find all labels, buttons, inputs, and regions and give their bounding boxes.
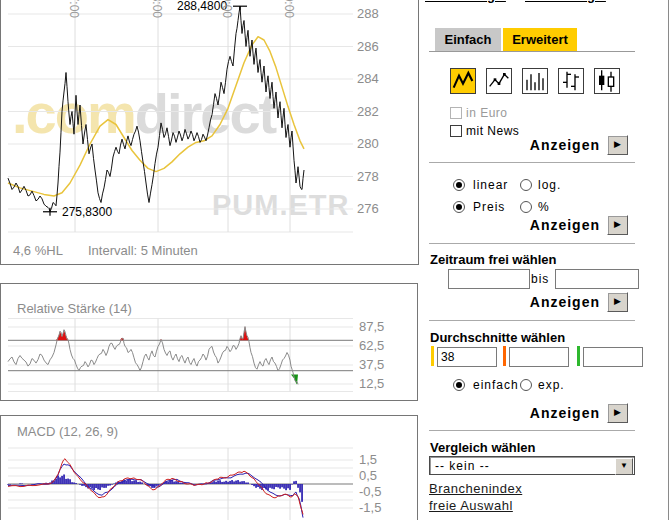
percent-label: % — [538, 200, 550, 214]
chart-type-bars-button[interactable] — [522, 68, 548, 94]
macd-title: MACD (12, 26, 9) — [17, 424, 118, 439]
preis-radio[interactable] — [453, 201, 465, 213]
candlestick-chart-icon — [595, 69, 619, 93]
comdirect-watermark: .comdirect — [12, 86, 275, 142]
chart-settings-sidebar: Einstellung 2 Einstellung 3 Einfach Erwe… — [420, 0, 672, 520]
anzeigen-button-2[interactable]: ▶ — [607, 215, 628, 235]
macd-axis-label: 0,5 — [359, 468, 377, 483]
price-axis-label: 286 — [357, 39, 379, 54]
log-radio[interactable] — [520, 179, 532, 191]
einfach-label: einfach — [473, 378, 519, 392]
vergleich-heading: Vergleich wählen — [430, 440, 536, 455]
freie-auswahl-link[interactable]: freie Auswahl — [429, 498, 513, 513]
in-euro-checkbox[interactable] — [450, 107, 462, 119]
linear-label: linear — [473, 178, 508, 192]
branchenindex-link[interactable]: Branchenindex — [429, 481, 522, 496]
durchschnitte-heading: Durchschnitte wählen — [430, 330, 565, 345]
price-axis-label: 282 — [357, 104, 379, 119]
vergleich-dropdown[interactable]: -- kein -- ▼ — [429, 456, 635, 475]
percent-hl-label: 4,6 %HL — [13, 243, 63, 258]
interval-label: Intervall: 5 Minuten — [88, 243, 198, 258]
rsi-axis-label: 37,5 — [359, 357, 384, 372]
einfach-radio[interactable] — [453, 379, 465, 391]
in-euro-label: in Euro — [466, 106, 508, 120]
zeitraum-heading: Zeitraum frei wählen — [430, 252, 556, 267]
rsi-axis-label: 87,5 — [359, 319, 384, 334]
time-axis-label: 08:00 — [150, 0, 164, 18]
section-divider — [429, 243, 635, 244]
avg1-color-bar — [431, 346, 434, 366]
anzeigen-button-4[interactable]: ▶ — [607, 403, 628, 423]
bar-chart-icon — [523, 69, 547, 93]
mit-news-checkbox[interactable] — [450, 125, 462, 137]
tab-erweitert[interactable]: Erweitert — [503, 28, 577, 51]
price-axis-label: 276 — [357, 201, 379, 216]
anzeigen-label-2: Anzeigen — [490, 217, 600, 233]
anzeigen-label-4: Anzeigen — [490, 405, 600, 421]
ticker-watermark: PUM.ETR — [212, 189, 350, 222]
section-divider — [429, 162, 635, 163]
macd-axis-label: -0,5 — [359, 484, 381, 499]
avg3-color-bar — [577, 346, 580, 366]
watermark-direct: direct — [135, 82, 276, 145]
rsi-axis-label: 12,5 — [359, 376, 384, 391]
price-axis-label: 288 — [357, 6, 379, 21]
price-axis-label: 284 — [357, 71, 379, 86]
tab-underline — [429, 51, 635, 52]
anzeigen-label-1: Anzeigen — [490, 137, 600, 153]
chart-type-ohlc-button[interactable] — [558, 68, 584, 94]
linear-radio[interactable] — [453, 179, 465, 191]
macd-axis-label: -1,5 — [359, 500, 381, 515]
preis-label: Preis — [473, 200, 505, 214]
low-price-marker-label: 275,8300 — [62, 205, 112, 219]
anzeigen-button-3[interactable]: ▶ — [607, 292, 628, 312]
price-axis-label: 278 — [357, 169, 379, 184]
page-right-border — [668, 0, 669, 520]
vergleich-selected-value: -- kein -- — [435, 459, 490, 473]
ohlc-chart-icon — [559, 69, 583, 93]
macd-axis-label: 1,5 — [359, 452, 377, 467]
avg2-color-bar — [503, 346, 506, 366]
dropdown-arrow-icon[interactable]: ▼ — [615, 458, 633, 475]
zeitraum-to-input[interactable] — [555, 269, 639, 289]
watermark-com: .com — [12, 82, 135, 145]
einstellung-2-link[interactable]: Einstellung 2 — [425, 0, 506, 3]
time-axis-label: 07:00 — [67, 0, 81, 18]
avg2-input[interactable] — [509, 347, 569, 367]
time-axis-label: 10:00 — [282, 0, 296, 18]
price-axis-label: 280 — [357, 136, 379, 151]
exp-radio[interactable] — [520, 379, 532, 391]
section-divider — [429, 320, 635, 321]
chart-type-candlestick-button[interactable] — [594, 68, 620, 94]
chart-type-line-dots-button[interactable] — [486, 68, 512, 94]
exp-label: exp. — [538, 378, 565, 392]
avg1-input[interactable] — [437, 347, 497, 367]
section-divider — [429, 430, 635, 431]
zeitraum-from-input[interactable] — [448, 269, 530, 289]
anzeigen-label-3: Anzeigen — [490, 294, 600, 310]
time-axis-label: 09:00 — [220, 0, 234, 18]
anzeigen-button-1[interactable]: ▶ — [607, 135, 628, 155]
avg3-input[interactable] — [583, 347, 643, 367]
chart-type-line-button[interactable] — [450, 68, 476, 94]
mit-news-label: mit News — [466, 124, 519, 138]
rsi-axis-label: 62,5 — [359, 338, 384, 353]
bis-label: bis — [531, 272, 549, 286]
line-chart-icon — [451, 69, 475, 93]
percent-radio[interactable] — [520, 201, 532, 213]
line-dots-chart-icon — [487, 69, 511, 93]
tab-einfach[interactable]: Einfach — [435, 28, 501, 51]
rsi-title: Relative Stärke (14) — [17, 301, 132, 316]
log-label: log. — [538, 178, 561, 192]
einstellung-3-link[interactable]: Einstellung 3 — [525, 0, 606, 3]
